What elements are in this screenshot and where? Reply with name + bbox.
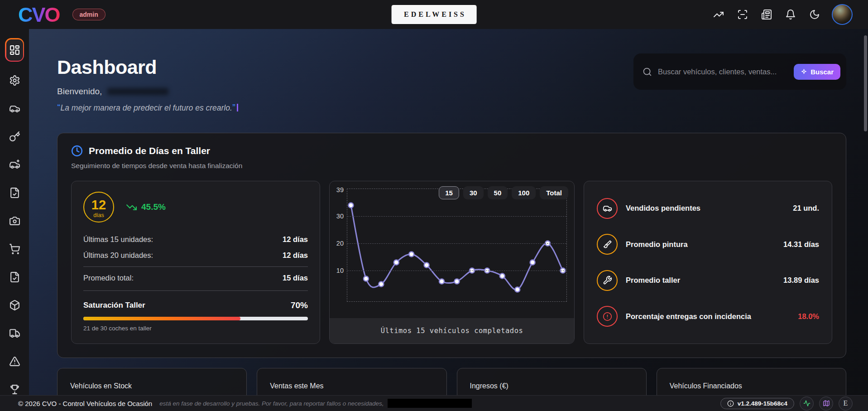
title-block: Dashboard Bienvenido, “La mejor manera d… (57, 53, 238, 113)
average-days-value: 12 (91, 198, 106, 212)
completed-vehicles-chart-card: 15 30 50 100 Total 39302010 Últimos 15 v… (329, 181, 575, 344)
data-point-2 (364, 276, 369, 281)
saturation-progress-fill (83, 317, 240, 320)
vertical-scrollbar-thumb[interactable] (864, 35, 867, 131)
system-status-button[interactable] (800, 396, 814, 411)
topbar: CVO admin EDELWEISS (0, 0, 868, 29)
metric-label: Vendidos pendientes (626, 204, 700, 213)
filter-30-button[interactable]: 30 (463, 186, 484, 199)
search-input[interactable] (657, 67, 789, 77)
stat-label: Últimas 15 unidades: (83, 235, 153, 244)
metric-value: 21 und. (793, 204, 819, 213)
stat-row-last-20: Últimas 20 unidades: 12 días (83, 247, 308, 263)
package-icon (5, 295, 24, 314)
gridline-10 (347, 271, 566, 271)
footer-notice: está en fase de desarrollo y pruebas. Po… (159, 400, 384, 407)
edelweiss-button[interactable]: EDELWEISS (391, 5, 477, 24)
y-axis-tick-10: 10 (331, 267, 344, 274)
key-icon (5, 127, 24, 146)
metric-row-incidents: Porcentaje entregas con incidencia 18.0% (597, 306, 819, 327)
sidebar-item-add-vehicle[interactable] (5, 155, 24, 174)
news-button[interactable] (761, 9, 772, 20)
metric-value: 13.89 días (783, 276, 819, 285)
line-chart (347, 189, 566, 301)
footer: © 2026 CVO - Control Vehículos de Ocasió… (0, 395, 868, 411)
sidebar-item-dashboard[interactable] (5, 38, 24, 62)
motivational-quote: “La mejor manera de predecir el futuro e… (57, 102, 238, 113)
file-check-icon (5, 267, 24, 286)
sidebar-item-incidents[interactable] (5, 352, 24, 371)
chart-caption: Últimos 15 vehículos completados (330, 318, 574, 343)
sidebar-item-documents[interactable] (5, 267, 24, 286)
saturation-progress-track (83, 317, 308, 320)
divider (83, 290, 308, 291)
divider (83, 266, 308, 267)
scan-icon (737, 9, 748, 20)
sidebar-item-inventory[interactable] (5, 295, 24, 314)
y-axis-tick-30: 30 (331, 213, 344, 220)
topbar-actions (713, 9, 820, 20)
version-label: v1.2.489-15b68c4 (738, 400, 787, 407)
y-axis-tick-39: 39 (331, 186, 344, 193)
sidebar-item-vehicles[interactable] (5, 99, 24, 118)
saturation-caption: 21 de 30 coches en taller (83, 325, 308, 332)
trending-up-icon (713, 9, 724, 20)
role-badge: admin (72, 9, 106, 20)
edelweiss-initial-button[interactable]: E (839, 396, 853, 411)
car-icon (597, 198, 618, 219)
notifications-button[interactable] (785, 9, 796, 20)
chart-range-filters: 15 30 50 100 Total (439, 186, 568, 199)
activity-icon (803, 400, 810, 407)
sidebar-item-settings[interactable] (5, 71, 24, 90)
average-days-circle: 12 días (83, 192, 114, 222)
metric-label: Porcentaje entregas con incidencia (626, 312, 751, 321)
map-button[interactable] (819, 396, 833, 411)
quote-text: La mejor manera de predecir el futuro es… (61, 103, 232, 112)
workshop-card-subtitle: Seguimiento de tiempos desde venta hasta… (71, 162, 832, 170)
filter-100-button[interactable]: 100 (512, 186, 536, 199)
layout-grid-icon (6, 39, 23, 61)
workshop-metrics-card: Vendidos pendientes 21 und. Promedio pin… (584, 181, 832, 344)
footer-redacted-text (388, 399, 472, 408)
header-row: Dashboard Bienvenido, “La mejor manera d… (57, 53, 846, 113)
wrench-icon (597, 270, 618, 291)
data-point-6 (424, 263, 429, 268)
stat-row-last-15: Últimas 15 unidades: 12 días (83, 232, 308, 247)
version-badge[interactable]: v1.2.489-15b68c4 (720, 398, 794, 409)
data-point-1 (349, 203, 354, 208)
filter-15-button[interactable]: 15 (439, 186, 459, 199)
data-point-4 (394, 260, 399, 265)
stat-label: Últimas 20 unidades: (83, 251, 153, 260)
info-icon (727, 400, 734, 407)
main-content: Dashboard Bienvenido, “La mejor manera d… (29, 29, 868, 411)
dark-mode-button[interactable] (809, 9, 820, 20)
sidebar-item-purchases[interactable] (5, 239, 24, 258)
search-icon (643, 67, 652, 77)
metric-value: 14.31 días (783, 240, 819, 249)
sidebar-item-logistics[interactable] (5, 324, 24, 343)
saturation-label: Saturación Taller (83, 301, 145, 310)
data-point-13 (530, 260, 535, 265)
quote-open-mark: “ (57, 102, 61, 110)
sidebar-item-keys[interactable] (5, 127, 24, 146)
car-icon (5, 99, 24, 118)
sidebar-item-photos[interactable] (5, 211, 24, 230)
metric-row-paint: Promedio pintura 14.31 días (597, 234, 819, 255)
sidebar-item-tasks[interactable] (5, 183, 24, 202)
clock-icon (71, 145, 83, 157)
news-icon (761, 9, 772, 20)
trending-down-icon (126, 202, 137, 213)
trending-up-button[interactable] (713, 9, 724, 20)
avatar[interactable] (832, 4, 853, 25)
camera-icon (5, 211, 24, 230)
saturation-value: 70% (291, 300, 308, 310)
workshop-grid: 12 días 45.5% Últimas 15 unidades: 12 dí… (71, 181, 832, 344)
filter-50-button[interactable]: 50 (488, 186, 508, 199)
text-cursor (237, 104, 238, 111)
search-button[interactable]: Buscar (794, 64, 840, 80)
scan-button[interactable] (737, 9, 748, 20)
filter-total-button[interactable]: Total (540, 186, 568, 199)
user-name-redacted (107, 88, 168, 95)
data-point-12 (515, 287, 520, 292)
alert-triangle-icon (5, 352, 24, 371)
